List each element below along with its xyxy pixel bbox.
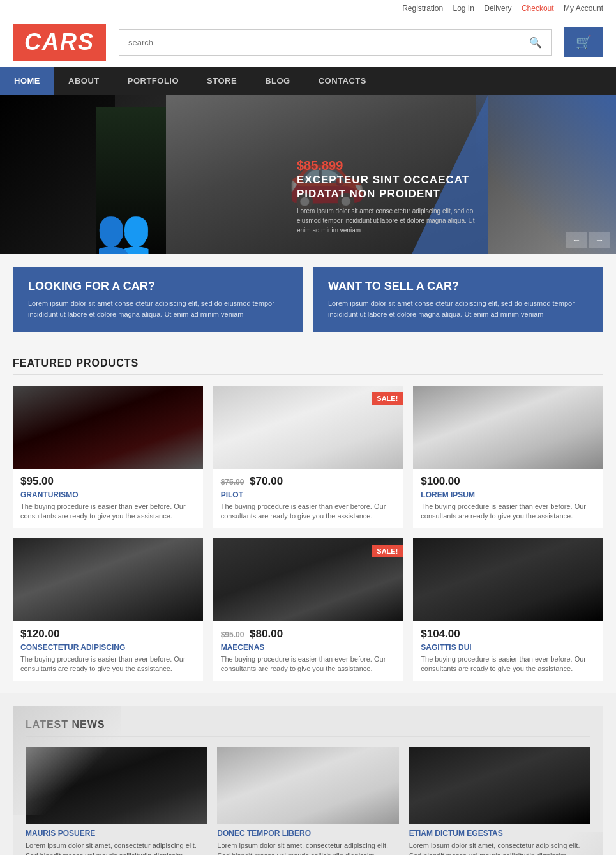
cart-icon: 🛒 xyxy=(576,35,592,49)
cta-buy-banner[interactable]: LOOKING FOR A CAR? Lorem ipsum dolor sit… xyxy=(13,267,303,332)
nav-blog[interactable]: BLOG xyxy=(251,67,304,95)
cta-banners: LOOKING FOR A CAR? Lorem ipsum dolor sit… xyxy=(0,254,616,345)
search-button[interactable]: 🔍 xyxy=(520,30,551,55)
cta-sell-text: Lorem ipsum dolor sit amet conse ctetur … xyxy=(328,298,588,319)
nav-home[interactable]: HOME xyxy=(0,67,54,95)
product-desc: The buying procedure is easier than ever… xyxy=(221,502,396,522)
current-price: $70.00 xyxy=(250,475,283,487)
header: CARS 🔍 🛒 xyxy=(0,17,616,67)
delivery-link[interactable]: Delivery xyxy=(484,4,511,13)
product-name[interactable]: MAECENAS xyxy=(221,643,396,652)
registration-link[interactable]: Registration xyxy=(402,4,443,13)
cart-button[interactable]: 🛒 xyxy=(564,27,603,57)
top-bar: Registration Log In Delivery Checkout My… xyxy=(0,0,616,17)
product-name[interactable]: LOREM IPSUM xyxy=(421,490,596,499)
product-image xyxy=(13,538,203,621)
nav-portfolio[interactable]: PORTFOLIO xyxy=(114,67,193,95)
product-card[interactable]: $95.00 GRANTURISMO The buying procedure … xyxy=(13,386,203,528)
hero-prev-button[interactable]: ← xyxy=(566,232,587,248)
product-info: $75.00 $70.00 PILOT The buying procedure… xyxy=(213,469,403,528)
old-price: $75.00 xyxy=(221,478,244,487)
product-image: SALE! xyxy=(213,538,403,621)
checkout-link[interactable]: Checkout xyxy=(522,4,554,13)
hero-description: Lorem ipsum dolor sit amet conse ctetur … xyxy=(297,206,476,235)
news-card[interactable]: DONEC TEMPOR LIBERO Lorem ipsum dolor si… xyxy=(217,747,398,855)
car-image-1 xyxy=(13,386,203,469)
news-item-title[interactable]: ETIAM DICTUM EGESTAS xyxy=(409,829,590,838)
logo-text: CARS xyxy=(24,29,94,55)
product-info: $95.00 GRANTURISMO The buying procedure … xyxy=(13,469,203,528)
product-card[interactable]: SALE! $75.00 $70.00 PILOT The buying pro… xyxy=(213,386,403,528)
news-item-title[interactable]: MAURIS POSUERE xyxy=(26,829,207,838)
product-price: $95.00 xyxy=(20,475,195,488)
product-desc: The buying procedure is easier than ever… xyxy=(20,502,195,522)
product-card[interactable]: $120.00 CONSECTETUR ADIPISCING The buyin… xyxy=(13,538,203,681)
news-item-title[interactable]: DONEC TEMPOR LIBERO xyxy=(217,829,398,838)
product-card[interactable]: $104.00 SAGITTIS DUI The buying procedur… xyxy=(413,538,603,681)
search-input[interactable] xyxy=(119,31,520,54)
login-link[interactable]: Log In xyxy=(453,4,474,13)
featured-products-section: FEATURED PRODUCTS $95.00 GRANTURISMO The… xyxy=(0,345,616,693)
product-card[interactable]: SALE! $95.00 $80.00 MAECENAS The buying … xyxy=(213,538,403,681)
nav-store[interactable]: STORE xyxy=(193,67,251,95)
product-info: $104.00 SAGITTIS DUI The buying procedur… xyxy=(413,621,603,681)
main-nav: HOME ABOUT PORTFOLIO STORE BLOG CONTACTS xyxy=(0,67,616,95)
current-price: $80.00 xyxy=(250,628,283,640)
sale-badge: SALE! xyxy=(372,545,403,557)
featured-title: FEATURED PRODUCTS xyxy=(13,358,603,375)
product-desc: The buying procedure is easier than ever… xyxy=(421,502,596,522)
product-image xyxy=(413,386,603,469)
myaccount-link[interactable]: My Account xyxy=(564,4,603,13)
news-item-text: Lorem ipsum dolor sit amet, consectetur … xyxy=(217,840,398,855)
product-price: $120.00 xyxy=(20,628,195,640)
product-price: $104.00 xyxy=(421,628,596,640)
hero-banner: 👥 🚗 $85.899 EXCEPTEUR SINT OCCAECATPIDAT… xyxy=(0,95,616,254)
hero-next-button[interactable]: → xyxy=(589,232,610,248)
nav-contacts[interactable]: CONTACTS xyxy=(304,67,380,95)
hero-price: $85.899 xyxy=(297,158,476,173)
cta-buy-text: Lorem ipsum dolor sit amet conse ctetur … xyxy=(28,298,288,319)
news-image xyxy=(409,747,590,824)
search-icon: 🔍 xyxy=(529,37,542,48)
news-item-text: Lorem ipsum dolor sit amet, consectetur … xyxy=(26,840,207,855)
product-name[interactable]: CONSECTETUR ADIPISCING xyxy=(20,643,195,652)
product-image xyxy=(413,538,603,621)
product-name[interactable]: PILOT xyxy=(221,490,396,499)
product-image: SALE! xyxy=(213,386,403,469)
news-item-text: Lorem ipsum dolor sit amet, consectetur … xyxy=(409,840,590,855)
news-background: LATEST NEWS MAURIS POSUERE Lorem ipsum d… xyxy=(13,706,603,855)
site-logo[interactable]: CARS xyxy=(13,24,106,61)
product-desc: The buying procedure is easier than ever… xyxy=(421,654,596,674)
product-desc: The buying procedure is easier than ever… xyxy=(221,654,396,674)
hero-content: $85.899 EXCEPTEUR SINT OCCAECATPIDATAT N… xyxy=(297,158,476,235)
cta-sell-banner[interactable]: WANT TO SELL A CAR? Lorem ipsum dolor si… xyxy=(313,267,603,332)
cta-sell-title: WANT TO SELL A CAR? xyxy=(328,280,588,293)
news-image xyxy=(26,747,207,824)
product-price: $75.00 $70.00 xyxy=(221,475,396,488)
product-info: $120.00 CONSECTETUR ADIPISCING The buyin… xyxy=(13,621,203,681)
product-price: $95.00 $80.00 xyxy=(221,628,396,640)
product-price: $100.00 xyxy=(421,475,596,488)
product-name[interactable]: SAGITTIS DUI xyxy=(421,643,596,652)
news-title: LATEST NEWS xyxy=(26,719,590,737)
products-grid: $95.00 GRANTURISMO The buying procedure … xyxy=(13,386,603,681)
news-card[interactable]: MAURIS POSUERE Lorem ipsum dolor sit ame… xyxy=(26,747,207,855)
news-grid: MAURIS POSUERE Lorem ipsum dolor sit ame… xyxy=(26,747,590,855)
news-card[interactable]: ETIAM DICTUM EGESTAS Lorem ipsum dolor s… xyxy=(409,747,590,855)
car-image-6 xyxy=(413,538,603,621)
cta-buy-title: LOOKING FOR A CAR? xyxy=(28,280,288,293)
hero-title: EXCEPTEUR SINT OCCAECATPIDATAT NON PROID… xyxy=(297,173,476,201)
hero-navigation: ← → xyxy=(566,232,610,248)
product-name[interactable]: GRANTURISMO xyxy=(20,490,195,499)
nav-about[interactable]: ABOUT xyxy=(54,67,114,95)
car-image-3 xyxy=(413,386,603,469)
sale-badge: SALE! xyxy=(372,392,403,405)
product-info: $95.00 $80.00 MAECENAS The buying proced… xyxy=(213,621,403,681)
search-bar: 🔍 xyxy=(119,29,552,56)
product-desc: The buying procedure is easier than ever… xyxy=(20,654,195,674)
news-image xyxy=(217,747,398,824)
car-image-4 xyxy=(13,538,203,621)
product-card[interactable]: $100.00 LOREM IPSUM The buying procedure… xyxy=(413,386,603,528)
latest-news-section: LATEST NEWS MAURIS POSUERE Lorem ipsum d… xyxy=(0,693,616,855)
product-info: $100.00 LOREM IPSUM The buying procedure… xyxy=(413,469,603,528)
